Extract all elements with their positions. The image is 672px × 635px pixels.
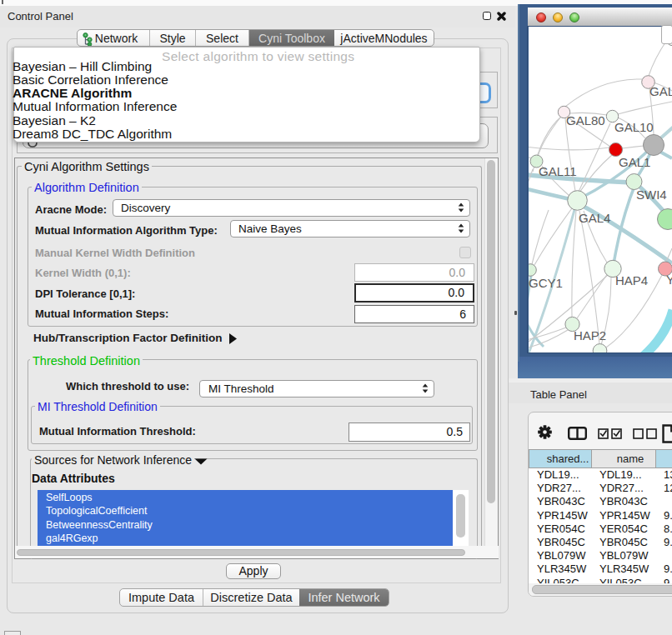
svg-text:GCY1: GCY1 [529,276,563,290]
svg-text:HAP4: HAP4 [615,273,648,288]
svg-text:SWI4: SWI4 [636,188,667,202]
svg-text:GAL4: GAL4 [579,211,610,225]
svg-text:GAL7: GAL7 [649,84,672,98]
svg-text:GAL80: GAL80 [566,113,605,128]
svg-text:Y: Y [666,272,672,287]
svg-text:GAL11: GAL11 [539,164,577,178]
svg-text:HAP2: HAP2 [574,328,606,342]
svg-text:GAL1: GAL1 [619,155,650,169]
svg-text:GAL10: GAL10 [614,120,654,134]
